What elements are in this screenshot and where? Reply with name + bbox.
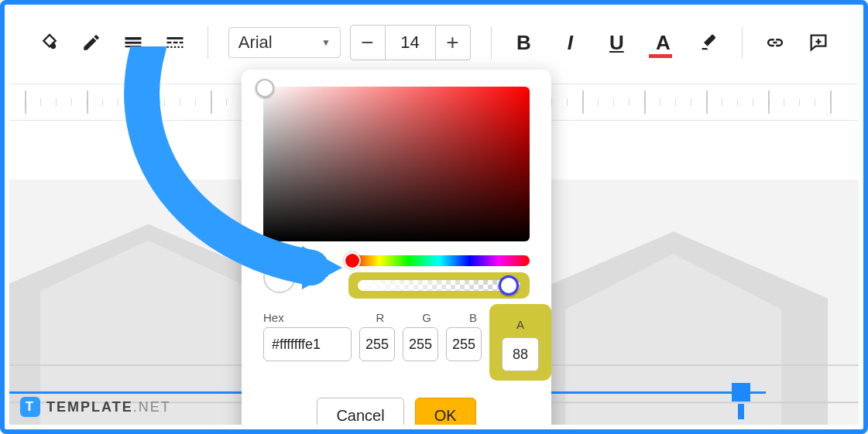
cancel-button[interactable]: Cancel [317, 398, 403, 425]
selection-handle[interactable] [738, 404, 744, 419]
r-label: R [362, 311, 398, 324]
svg-rect-9 [174, 46, 176, 48]
svg-rect-8 [170, 46, 172, 48]
font-size-value[interactable]: 14 [386, 25, 435, 60]
font-color-bar [649, 54, 672, 58]
highlight-button[interactable] [697, 30, 722, 55]
svg-rect-10 [178, 46, 180, 48]
g-label: G [409, 311, 444, 324]
watermark-text-bold: TEMPLATE [46, 399, 133, 415]
font-color-letter: A [656, 31, 671, 55]
decrease-size-button[interactable]: − [350, 25, 386, 60]
font-color-button[interactable]: A [650, 30, 675, 55]
bold-button[interactable]: B [511, 30, 536, 55]
a-input[interactable] [502, 337, 539, 371]
watermark: T TEMPLATE.NET [20, 397, 171, 417]
svg-rect-0 [125, 37, 142, 40]
watermark-icon: T [20, 397, 40, 417]
svg-rect-11 [181, 46, 183, 48]
a-label: A [499, 318, 542, 331]
b-input[interactable] [446, 327, 482, 361]
eyedropper-button[interactable] [307, 261, 338, 292]
alpha-slider-thumb[interactable] [499, 275, 519, 296]
svg-rect-5 [173, 42, 178, 43]
svg-rect-2 [125, 46, 142, 47]
hex-input[interactable] [263, 327, 352, 361]
pen-button[interactable] [79, 30, 104, 55]
b-label: B [455, 311, 491, 324]
line-weight-button[interactable] [121, 30, 146, 55]
fill-color-button[interactable] [37, 30, 62, 55]
color-gradient-area[interactable] [263, 87, 530, 241]
hex-label: Hex [263, 311, 352, 324]
font-size-stepper: − 14 + [350, 25, 471, 60]
alpha-slider[interactable] [358, 280, 520, 291]
chevron-down-icon: ▼ [321, 37, 331, 48]
font-name-label: Arial [238, 32, 273, 53]
alpha-slider-highlight [348, 272, 530, 299]
font-select[interactable]: Arial ▼ [228, 27, 341, 58]
hue-slider[interactable] [348, 255, 530, 266]
g-input[interactable] [403, 327, 438, 361]
hue-slider-thumb[interactable] [344, 252, 361, 269]
ok-button[interactable]: OK [415, 398, 476, 425]
editor-toolbar: Arial ▼ − 14 + B I U A [9, 20, 859, 65]
toolbar-separator [742, 26, 743, 59]
watermark-text-light: .NET [133, 399, 171, 415]
svg-rect-7 [167, 46, 169, 48]
r-input[interactable] [359, 327, 395, 361]
color-picker-dialog: Hex R G B A Cancel OK [242, 70, 551, 425]
gradient-handle[interactable] [256, 79, 274, 97]
alpha-input-highlight: A [489, 304, 551, 381]
svg-rect-3 [167, 37, 184, 39]
comment-button[interactable] [806, 30, 831, 55]
increase-size-button[interactable]: + [435, 25, 471, 60]
svg-rect-6 [180, 42, 184, 43]
link-button[interactable] [763, 30, 787, 55]
svg-rect-4 [167, 42, 172, 43]
toolbar-separator [208, 26, 208, 59]
italic-button[interactable]: I [558, 30, 582, 55]
underline-button[interactable]: U [604, 30, 629, 55]
toolbar-separator [491, 26, 492, 59]
selection-handle[interactable] [732, 383, 750, 402]
line-style-button[interactable] [163, 30, 187, 55]
color-preview-swatch [263, 261, 296, 293]
svg-rect-1 [125, 42, 142, 44]
